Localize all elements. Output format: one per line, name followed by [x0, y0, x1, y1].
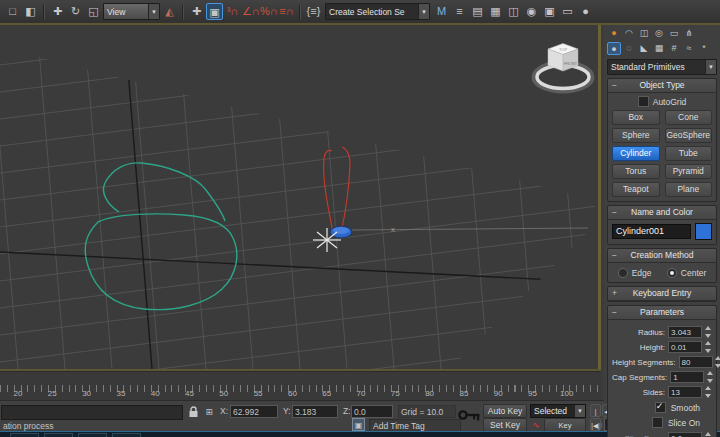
- slice-from-spinner[interactable]: [703, 432, 712, 437]
- use-pivot-point-center-icon[interactable]: ◭: [161, 3, 178, 20]
- taskbar-item[interactable]: [10, 433, 39, 437]
- edge-radio[interactable]: Edge: [618, 268, 652, 278]
- cap-segments-spinner[interactable]: [705, 371, 714, 383]
- pyramid-button[interactable]: Pyramid: [665, 164, 713, 179]
- height-segments-field[interactable]: 80: [679, 356, 713, 368]
- selection-lock-icon[interactable]: [188, 406, 199, 418]
- angle-snap-toggle-icon[interactable]: ∠∩: [242, 3, 259, 20]
- create-category-tabs: ●◌◣▦#≈*: [604, 40, 720, 55]
- x-coord-field[interactable]: 62.992: [230, 405, 278, 418]
- key-mode-toggle-icon[interactable]: |◀|: [590, 418, 601, 431]
- slice-from-field[interactable]: 0.0: [668, 432, 702, 437]
- slice-on-checkbox[interactable]: [652, 417, 663, 428]
- tab-motion-icon[interactable]: ◎: [652, 27, 666, 40]
- teapot-button[interactable]: Teapot: [612, 182, 660, 197]
- tab-utilities-icon[interactable]: ⋔: [682, 27, 696, 40]
- autogrid-checkbox[interactable]: [638, 96, 649, 107]
- taskbar-item[interactable]: [44, 433, 73, 437]
- auto-key-button[interactable]: Auto Key: [483, 404, 527, 418]
- reference-coordinate-system-dropdown[interactable]: View ▼: [103, 3, 160, 20]
- collapse-icon: −: [612, 79, 617, 92]
- key-filters-button[interactable]: Key Filters...: [544, 418, 586, 432]
- select-and-move-icon[interactable]: ✚: [49, 3, 66, 20]
- perspective-viewport[interactable]: x TOP FRONT: [0, 25, 598, 369]
- layer-manager-icon[interactable]: ▤: [469, 3, 486, 20]
- taskbar-item[interactable]: [78, 433, 107, 437]
- viewcube[interactable]: TOP FRONT: [535, 44, 591, 91]
- object-name-field[interactable]: Cylinder001: [612, 224, 691, 239]
- tab-modify-icon[interactable]: ◠: [622, 27, 636, 40]
- command-panel: ●◠◫◎▭⋔ ●◌◣▦#≈* Standard Primitives ▼ − O…: [604, 25, 720, 403]
- box-button[interactable]: Box: [612, 110, 660, 125]
- cap-segments-field[interactable]: 1: [670, 371, 704, 383]
- go-to-start-icon[interactable]: |◀◀: [590, 404, 601, 417]
- z-coord-field[interactable]: 0.0: [351, 405, 393, 418]
- paint-selection-region-icon[interactable]: ◧: [22, 3, 39, 20]
- select-and-manipulate-icon[interactable]: ✚: [188, 3, 205, 20]
- rendered-frame-window-icon[interactable]: ▭: [559, 3, 576, 20]
- smooth-checkbox[interactable]: [655, 402, 666, 413]
- y-coord-field[interactable]: 3.183: [292, 405, 338, 418]
- center-radio[interactable]: Center: [667, 268, 707, 278]
- height-segments-spinner[interactable]: [714, 356, 720, 368]
- time-slider-track[interactable]: 20253035404550556065707580859095100: [0, 371, 601, 401]
- name-color-header[interactable]: − Name and Color: [608, 206, 716, 220]
- chevron-down-icon: ▼: [418, 4, 429, 19]
- geosphere-button[interactable]: GeoSphere: [665, 128, 713, 143]
- category-shapes-icon[interactable]: ◌: [622, 42, 636, 55]
- plane-button[interactable]: Plane: [665, 182, 713, 197]
- radius-spinner[interactable]: [703, 326, 712, 338]
- snaps-toggle-3d-icon[interactable]: ³∩: [224, 3, 241, 20]
- percent-snap-toggle-icon[interactable]: %∩: [260, 3, 277, 20]
- tab-hierarchy-icon[interactable]: ◫: [637, 27, 651, 40]
- keyboard-entry-header[interactable]: + Keyboard Entry: [608, 287, 716, 301]
- align-icon[interactable]: ≡: [451, 3, 468, 20]
- cylinder-button[interactable]: Cylinder: [612, 146, 660, 161]
- category-spacewarps-icon[interactable]: ≈: [682, 42, 696, 55]
- category-lights-icon[interactable]: ◣: [637, 42, 651, 55]
- tube-button[interactable]: Tube: [665, 146, 713, 161]
- category-helpers-icon[interactable]: #: [667, 42, 681, 55]
- height-field[interactable]: 0.01: [668, 341, 702, 353]
- rectangular-selection-region-icon[interactable]: □: [4, 3, 21, 20]
- sides-spinner[interactable]: [703, 386, 712, 398]
- graph-editors-icon[interactable]: ▦: [487, 3, 504, 20]
- selection-set-filter-dropdown[interactable]: Selected ▼: [530, 404, 586, 418]
- category-systems-icon[interactable]: *: [697, 42, 711, 55]
- taskbar-item[interactable]: [112, 433, 141, 437]
- category-geometry-icon[interactable]: ●: [607, 42, 621, 55]
- select-and-rotate-icon[interactable]: ↻: [67, 3, 84, 20]
- named-selection-set-dropdown[interactable]: Create Selection Se ▼: [325, 3, 430, 20]
- select-and-scale-icon[interactable]: ◱: [85, 3, 102, 20]
- time-tag-icon[interactable]: ▣: [352, 418, 365, 431]
- object-color-swatch[interactable]: [695, 223, 712, 240]
- mirror-icon[interactable]: M: [433, 3, 450, 20]
- radius-field[interactable]: 3.043: [668, 326, 702, 338]
- render-setup-icon[interactable]: ▣: [541, 3, 558, 20]
- object-type-header[interactable]: − Object Type: [608, 79, 716, 93]
- edit-named-selection-sets-icon[interactable]: {≡}: [305, 3, 322, 20]
- absolute-mode-transform-icon[interactable]: ⊞: [202, 404, 216, 421]
- sphere-button[interactable]: Sphere: [612, 128, 660, 143]
- schematic-view-icon[interactable]: ◫: [505, 3, 522, 20]
- cylinder-object[interactable]: [330, 226, 352, 238]
- cone-button[interactable]: Cone: [665, 110, 713, 125]
- creation-method-rollout: − Creation Method Edge Center: [607, 248, 717, 283]
- tab-display-icon[interactable]: ▭: [667, 27, 681, 40]
- maxscript-mini-listener[interactable]: [1, 405, 183, 420]
- render-production-icon[interactable]: ●: [577, 3, 594, 20]
- torus-button[interactable]: Torus: [612, 164, 660, 179]
- set-key-button[interactable]: Set Key: [483, 418, 527, 432]
- spinner-snap-toggle-icon[interactable]: ≡∩: [278, 3, 295, 20]
- sides-field[interactable]: 13: [668, 386, 702, 398]
- keyboard-entry-rollout: + Keyboard Entry: [607, 286, 717, 302]
- primitive-category-dropdown[interactable]: Standard Primitives ▼: [607, 59, 717, 75]
- radio-dot: [667, 268, 677, 278]
- keyboard-shortcut-override-icon[interactable]: ▣: [206, 3, 223, 20]
- category-cameras-icon[interactable]: ▦: [652, 42, 666, 55]
- creation-method-header[interactable]: − Creation Method: [608, 249, 716, 263]
- material-editor-icon[interactable]: ◉: [523, 3, 540, 20]
- tab-create-icon[interactable]: ●: [607, 27, 621, 40]
- height-spinner[interactable]: [703, 341, 712, 353]
- parameters-header[interactable]: − Parameters: [608, 306, 716, 320]
